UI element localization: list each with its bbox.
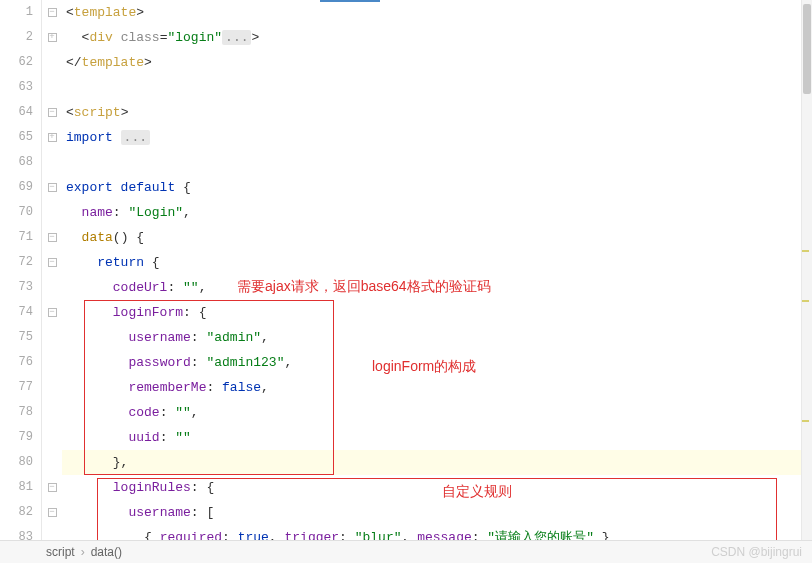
code-line[interactable]: export default {: [62, 175, 812, 200]
line-number: 82: [0, 500, 41, 525]
fold-spacer: [42, 400, 62, 425]
code-line[interactable]: password: "admin123",: [62, 350, 812, 375]
line-number: 74: [0, 300, 41, 325]
line-number: 78: [0, 400, 41, 425]
fold-spacer: [42, 350, 62, 375]
code-line[interactable]: username: "admin",: [62, 325, 812, 350]
fold-ellipsis[interactable]: ...: [121, 130, 150, 145]
fold-toggle[interactable]: −: [42, 100, 62, 125]
fold-toggle[interactable]: +: [42, 125, 62, 150]
fold-ellipsis[interactable]: ...: [222, 30, 251, 45]
code-line[interactable]: loginForm: {: [62, 300, 812, 325]
fold-spacer: [42, 425, 62, 450]
line-number: 81: [0, 475, 41, 500]
fold-toggle[interactable]: −: [42, 500, 62, 525]
line-number: 65: [0, 125, 41, 150]
line-number: 64: [0, 100, 41, 125]
fold-spacer: [42, 150, 62, 175]
code-line[interactable]: return {: [62, 250, 812, 275]
line-number: 1: [0, 0, 41, 25]
line-number: 2: [0, 25, 41, 50]
code-line[interactable]: code: "",: [62, 400, 812, 425]
fold-spacer: [42, 525, 62, 540]
code-line[interactable]: name: "Login",: [62, 200, 812, 225]
code-line[interactable]: { required: true, trigger: "blur", messa…: [62, 525, 812, 540]
line-number: 63: [0, 75, 41, 100]
watermark-text: CSDN @bijingrui: [711, 545, 802, 559]
code-line[interactable]: uuid: "": [62, 425, 812, 450]
scrollbar-thumb[interactable]: [803, 4, 811, 94]
breadcrumb-item[interactable]: data(): [91, 545, 122, 559]
fold-spacer: [42, 375, 62, 400]
vertical-scrollbar[interactable]: [801, 0, 812, 540]
code-editor[interactable]: 1 2 62 63 64 65 68 69 70 71 72 73 74 75 …: [0, 0, 812, 540]
line-number: 77: [0, 375, 41, 400]
fold-spacer: [42, 275, 62, 300]
fold-toggle[interactable]: −: [42, 0, 62, 25]
line-number: 71: [0, 225, 41, 250]
line-number: 80: [0, 450, 41, 475]
code-line-highlighted[interactable]: },: [62, 450, 812, 475]
fold-spacer: [42, 450, 62, 475]
fold-toggle[interactable]: −: [42, 250, 62, 275]
code-line[interactable]: username: [: [62, 500, 812, 525]
fold-toggle[interactable]: −: [42, 225, 62, 250]
chevron-right-icon: ›: [81, 545, 85, 559]
breadcrumb-item[interactable]: script: [46, 545, 75, 559]
code-line[interactable]: codeUrl: "",: [62, 275, 812, 300]
line-number-gutter: 1 2 62 63 64 65 68 69 70 71 72 73 74 75 …: [0, 0, 42, 540]
code-line[interactable]: </template>: [62, 50, 812, 75]
scroll-marker: [802, 420, 809, 422]
fold-spacer: [42, 75, 62, 100]
line-number: 73: [0, 275, 41, 300]
code-line[interactable]: [62, 75, 812, 100]
code-line[interactable]: [62, 150, 812, 175]
fold-toggle[interactable]: −: [42, 475, 62, 500]
code-line[interactable]: <script>: [62, 100, 812, 125]
fold-spacer: [42, 200, 62, 225]
fold-spacer: [42, 50, 62, 75]
line-number: 83: [0, 525, 41, 540]
code-line[interactable]: <template>: [62, 0, 812, 25]
line-number: 72: [0, 250, 41, 275]
line-number: 76: [0, 350, 41, 375]
code-area[interactable]: <template> <div class="login"...> </temp…: [62, 0, 812, 540]
line-number: 68: [0, 150, 41, 175]
code-line[interactable]: data() {: [62, 225, 812, 250]
line-number: 75: [0, 325, 41, 350]
scroll-marker: [802, 300, 809, 302]
fold-gutter: − + − + − − − − − − −: [42, 0, 62, 540]
code-line[interactable]: loginRules: {: [62, 475, 812, 500]
fold-toggle[interactable]: −: [42, 175, 62, 200]
code-line[interactable]: <div class="login"...>: [62, 25, 812, 50]
fold-toggle[interactable]: −: [42, 300, 62, 325]
scroll-marker: [802, 250, 809, 252]
fold-toggle[interactable]: +: [42, 25, 62, 50]
line-number: 70: [0, 200, 41, 225]
code-line[interactable]: import ...: [62, 125, 812, 150]
line-number: 79: [0, 425, 41, 450]
line-number: 62: [0, 50, 41, 75]
code-line[interactable]: rememberMe: false,: [62, 375, 812, 400]
breadcrumb-bar[interactable]: script › data(): [0, 540, 812, 563]
fold-spacer: [42, 325, 62, 350]
line-number: 69: [0, 175, 41, 200]
